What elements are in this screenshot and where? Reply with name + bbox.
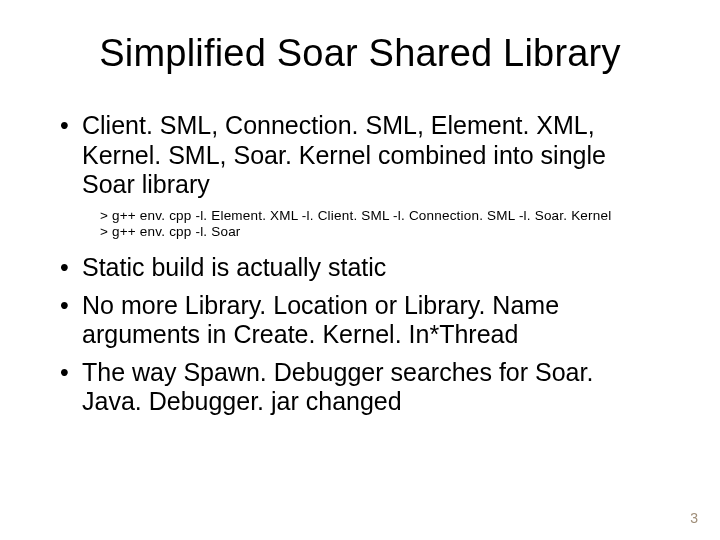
bullet-list: Static build is actually static No more …: [60, 253, 660, 417]
bullet-item: No more Library. Location or Library. Na…: [60, 291, 660, 350]
page-number: 3: [690, 510, 698, 526]
slide-title: Simplified Soar Shared Library: [60, 32, 660, 75]
bullet-list: Client. SML, Connection. SML, Element. X…: [60, 111, 660, 200]
bullet-item: The way Spawn. Debugger searches for Soa…: [60, 358, 660, 417]
bullet-item: Static build is actually static: [60, 253, 660, 283]
code-block: > g++ env. cpp -l. Element. XML -l. Clie…: [60, 208, 660, 242]
code-line: > g++ env. cpp -l. Soar: [100, 224, 660, 241]
code-line: > g++ env. cpp -l. Element. XML -l. Clie…: [100, 208, 660, 225]
slide: Simplified Soar Shared Library Client. S…: [0, 0, 720, 540]
bullet-item: Client. SML, Connection. SML, Element. X…: [60, 111, 660, 200]
